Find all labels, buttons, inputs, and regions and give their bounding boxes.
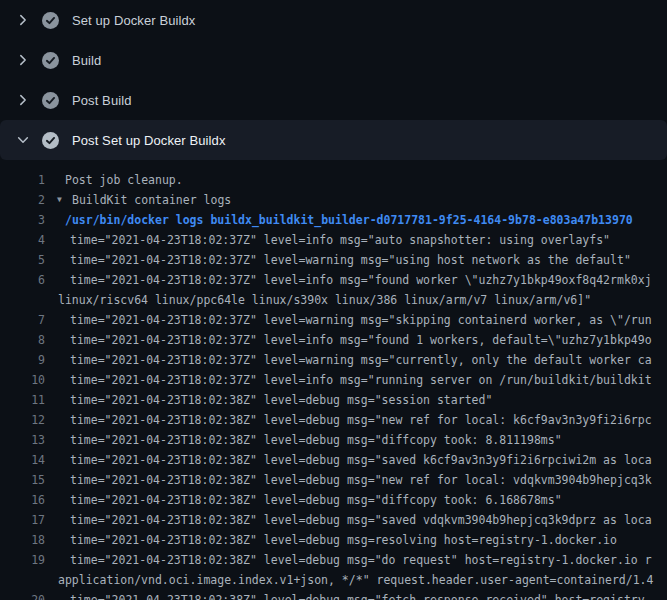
log-line: 16time="2021-04-23T18:02:38Z" level=debu…: [0, 490, 667, 510]
log-line-number[interactable]: 17: [0, 510, 45, 530]
log-viewer: 1Post job cleanup.2▼BuildKit container l…: [0, 160, 667, 600]
log-command-text: /usr/bin/docker logs buildx_buildkit_bui…: [65, 210, 633, 230]
log-line: 19time="2021-04-23T18:02:38Z" level=debu…: [0, 550, 667, 570]
log-line: 18time="2021-04-23T18:02:38Z" level=debu…: [0, 530, 667, 550]
step-row-set-up-docker-buildx[interactable]: Set up Docker Buildx: [0, 0, 667, 40]
log-line: 9time="2021-04-23T18:02:37Z" level=warni…: [0, 350, 667, 370]
chevron-right-icon[interactable]: [16, 13, 30, 27]
log-line-number[interactable]: 18: [0, 530, 45, 550]
log-line: 2▼BuildKit container logs: [0, 190, 667, 210]
log-line: 8time="2021-04-23T18:02:37Z" level=info …: [0, 330, 667, 350]
step-row-post-build[interactable]: Post Build: [0, 80, 667, 120]
log-line-text: Post job cleanup.: [65, 170, 183, 190]
log-line-text: time="2021-04-23T18:02:38Z" level=debug …: [70, 590, 652, 600]
step-label: Build: [72, 53, 101, 68]
log-line-text: time="2021-04-23T18:02:38Z" level=debug …: [70, 490, 562, 510]
log-line: 14time="2021-04-23T18:02:38Z" level=debu…: [0, 450, 667, 470]
chevron-right-icon[interactable]: [16, 93, 30, 107]
log-line-number[interactable]: 2: [0, 190, 45, 210]
log-line-text: time="2021-04-23T18:02:37Z" level=info m…: [70, 370, 652, 390]
log-line-text: time="2021-04-23T18:02:37Z" level=info m…: [70, 330, 652, 350]
log-line-text: time="2021-04-23T18:02:38Z" level=debug …: [70, 510, 652, 530]
steps-list: Set up Docker BuildxBuildPost BuildPost …: [0, 0, 667, 160]
log-line-text: time="2021-04-23T18:02:37Z" level=warnin…: [70, 350, 652, 370]
log-line-text: time="2021-04-23T18:02:37Z" level=info m…: [70, 230, 610, 250]
log-line: 7time="2021-04-23T18:02:37Z" level=warni…: [0, 310, 667, 330]
log-line-number[interactable]: 16: [0, 490, 45, 510]
log-line: 20time="2021-04-23T18:02:38Z" level=debu…: [0, 590, 667, 600]
log-line-number: [0, 290, 45, 310]
chevron-down-icon[interactable]: [16, 133, 30, 147]
log-line: 15time="2021-04-23T18:02:38Z" level=debu…: [0, 470, 667, 490]
log-line-number[interactable]: 11: [0, 390, 45, 410]
log-line-text: time="2021-04-23T18:02:38Z" level=debug …: [70, 470, 652, 490]
log-line: 4time="2021-04-23T18:02:37Z" level=info …: [0, 230, 667, 250]
log-line: 13time="2021-04-23T18:02:38Z" level=debu…: [0, 430, 667, 450]
log-line-number[interactable]: 8: [0, 330, 45, 350]
check-circle-icon: [42, 52, 59, 69]
log-line: 11time="2021-04-23T18:02:38Z" level=debu…: [0, 390, 667, 410]
log-line: 1Post job cleanup.: [0, 170, 667, 190]
log-line-number[interactable]: 12: [0, 410, 45, 430]
step-label: Post Build: [72, 93, 132, 108]
log-line: 10time="2021-04-23T18:02:37Z" level=info…: [0, 370, 667, 390]
log-line-number[interactable]: 7: [0, 310, 45, 330]
check-circle-icon: [42, 132, 59, 149]
log-line-number[interactable]: 15: [0, 470, 45, 490]
chevron-right-icon[interactable]: [16, 53, 30, 67]
log-line-number[interactable]: 3: [0, 210, 45, 230]
log-line: 5time="2021-04-23T18:02:37Z" level=warni…: [0, 250, 667, 270]
log-line-text: linux/riscv64 linux/ppc64le linux/s390x …: [58, 290, 591, 310]
log-line-text: time="2021-04-23T18:02:37Z" level=info m…: [70, 270, 652, 290]
log-line-number[interactable]: 5: [0, 250, 45, 270]
log-line-text: time="2021-04-23T18:02:38Z" level=debug …: [70, 450, 652, 470]
log-line: linux/riscv64 linux/ppc64le linux/s390x …: [0, 290, 667, 310]
triangle-down-icon[interactable]: ▼: [57, 190, 66, 210]
step-row-build[interactable]: Build: [0, 40, 667, 80]
log-line-number[interactable]: 13: [0, 430, 45, 450]
log-line-text[interactable]: BuildKit container logs: [72, 190, 231, 210]
log-line-number: [0, 570, 45, 590]
log-line-number[interactable]: 1: [0, 170, 45, 190]
log-line-number[interactable]: 9: [0, 350, 45, 370]
log-line-text: time="2021-04-23T18:02:38Z" level=debug …: [70, 530, 617, 550]
log-line: 17time="2021-04-23T18:02:38Z" level=debu…: [0, 510, 667, 530]
log-line-number[interactable]: 10: [0, 370, 45, 390]
log-line: 3/usr/bin/docker logs buildx_buildkit_bu…: [0, 210, 667, 230]
log-line-text: time="2021-04-23T18:02:38Z" level=debug …: [70, 390, 492, 410]
check-circle-icon: [42, 92, 59, 109]
log-line: 12time="2021-04-23T18:02:38Z" level=debu…: [0, 410, 667, 430]
log-line-text: time="2021-04-23T18:02:38Z" level=debug …: [70, 430, 562, 450]
log-line-number[interactable]: 19: [0, 550, 45, 570]
log-line-text: time="2021-04-23T18:02:37Z" level=warnin…: [70, 250, 631, 270]
log-line-text: time="2021-04-23T18:02:38Z" level=debug …: [70, 410, 652, 430]
log-line-text: time="2021-04-23T18:02:37Z" level=warnin…: [70, 310, 652, 330]
step-row-post-set-up-docker-buildx[interactable]: Post Set up Docker Buildx: [0, 120, 667, 160]
log-line-number[interactable]: 6: [0, 270, 45, 290]
log-line-number[interactable]: 20: [0, 590, 45, 600]
log-line-number[interactable]: 14: [0, 450, 45, 470]
log-line: 6time="2021-04-23T18:02:37Z" level=info …: [0, 270, 667, 290]
log-line-number[interactable]: 4: [0, 230, 45, 250]
log-line: application/vnd.oci.image.index.v1+json,…: [0, 570, 667, 590]
step-label: Post Set up Docker Buildx: [72, 133, 226, 148]
step-label: Set up Docker Buildx: [72, 13, 195, 28]
log-line-text: application/vnd.oci.image.index.v1+json,…: [58, 570, 653, 590]
log-line-text: time="2021-04-23T18:02:38Z" level=debug …: [70, 550, 652, 570]
check-circle-icon: [42, 12, 59, 29]
